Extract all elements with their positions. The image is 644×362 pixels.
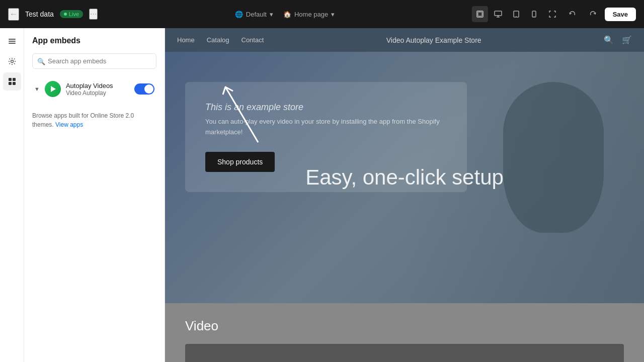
- svg-point-9: [534, 16, 534, 17]
- tablet-view-button[interactable]: [508, 6, 524, 22]
- app-info: Autoplay Videos Video Autoplay: [66, 82, 129, 97]
- svg-point-13: [11, 60, 13, 63]
- view-apps-link[interactable]: View apps: [55, 121, 83, 128]
- save-button[interactable]: Save: [605, 8, 636, 21]
- select-tool-button[interactable]: [472, 6, 488, 22]
- top-bar: ← Test data Live ··· 🌐 Default ▾ 🏠 Home …: [0, 0, 644, 28]
- svg-point-7: [516, 16, 517, 17]
- page-label: Home page: [294, 11, 328, 18]
- nav-catalog[interactable]: Catalog: [207, 36, 229, 44]
- icon-sidebar: [0, 28, 24, 362]
- svg-rect-2: [495, 11, 502, 16]
- store-search-icon[interactable]: 🔍: [604, 35, 614, 45]
- video-section-title: Video: [185, 318, 624, 334]
- nav-home[interactable]: Home: [177, 36, 195, 44]
- svg-rect-10: [9, 39, 16, 40]
- toolbar-icons: [472, 6, 560, 22]
- preview-area: Home Catalog Contact Video Autoplay Exam…: [165, 28, 644, 362]
- search-box: 🔍: [32, 53, 156, 69]
- panel-title: App embeds: [32, 36, 156, 45]
- svg-marker-18: [51, 86, 56, 92]
- nav-sidebar-button[interactable]: [3, 32, 21, 50]
- undo-button[interactable]: [565, 6, 581, 22]
- video-section: Video ▶: [165, 303, 644, 362]
- svg-rect-15: [13, 78, 16, 81]
- back-button[interactable]: ←: [8, 8, 19, 21]
- page-selector[interactable]: 🏠 Home page ▾: [283, 11, 335, 18]
- apps-sidebar-button[interactable]: [3, 72, 21, 90]
- redo-button[interactable]: [585, 6, 601, 22]
- chevron-down-icon-2: ▾: [331, 11, 335, 18]
- app-subtitle: Video Autoplay: [66, 89, 129, 97]
- home-icon: 🏠: [283, 11, 291, 18]
- store-cart-icon[interactable]: 🛒: [622, 35, 632, 45]
- desktop-view-button[interactable]: [490, 6, 506, 22]
- hero-subtitle: This is an example store: [205, 102, 447, 113]
- search-icon: 🔍: [37, 57, 45, 65]
- store-nav: Home Catalog Contact Video Autoplay Exam…: [165, 28, 644, 52]
- nav-contact[interactable]: Contact: [242, 36, 264, 44]
- app-embed-item: ▼ Autoplay Videos Video Autoplay: [32, 77, 156, 101]
- svg-rect-16: [9, 82, 12, 85]
- store-name: Test data: [25, 10, 54, 18]
- store-name-center: Video Autoplay Example Store: [386, 36, 481, 44]
- fullscreen-button[interactable]: [544, 6, 560, 22]
- live-label: Live: [69, 11, 79, 17]
- more-options-button[interactable]: ···: [89, 9, 98, 20]
- search-input[interactable]: [32, 53, 156, 69]
- live-badge: Live: [60, 10, 83, 18]
- left-panel: App embeds 🔍 ▼ Autoplay Videos Video Aut…: [24, 28, 165, 362]
- svg-rect-11: [9, 41, 16, 42]
- preview-frame: Home Catalog Contact Video Autoplay Exam…: [165, 28, 644, 362]
- shop-button[interactable]: Shop products: [205, 152, 275, 172]
- store-nav-actions: 🔍 🛒: [604, 35, 632, 45]
- app-icon: [45, 81, 61, 97]
- chevron-down-icon: ▾: [270, 11, 273, 18]
- app-name: Autoplay Videos: [66, 82, 129, 89]
- main-content: App embeds 🔍 ▼ Autoplay Videos Video Aut…: [0, 28, 644, 362]
- settings-sidebar-button[interactable]: [3, 52, 21, 70]
- live-dot: [64, 13, 67, 16]
- default-label: Default: [246, 11, 267, 18]
- svg-rect-14: [9, 78, 12, 81]
- browse-text: Browse apps built for Online Store 2.0 t…: [32, 111, 156, 129]
- chevron-button[interactable]: ▼: [34, 86, 40, 92]
- store-nav-links: Home Catalog Contact: [177, 36, 264, 44]
- hero-card: This is an example store You can auto-pl…: [185, 82, 467, 192]
- theme-selector[interactable]: 🌐 Default ▾: [235, 11, 273, 18]
- svg-rect-17: [13, 82, 16, 85]
- video-placeholder: ▶: [185, 344, 624, 362]
- svg-rect-12: [9, 43, 16, 44]
- svg-rect-1: [478, 12, 482, 16]
- hero-desc: You can auto-play every video in your st…: [205, 117, 447, 138]
- hero-section: This is an example store You can auto-pl…: [165, 52, 644, 303]
- globe-icon: 🌐: [235, 11, 243, 18]
- mobile-view-button[interactable]: [526, 6, 542, 22]
- app-toggle[interactable]: [134, 83, 154, 95]
